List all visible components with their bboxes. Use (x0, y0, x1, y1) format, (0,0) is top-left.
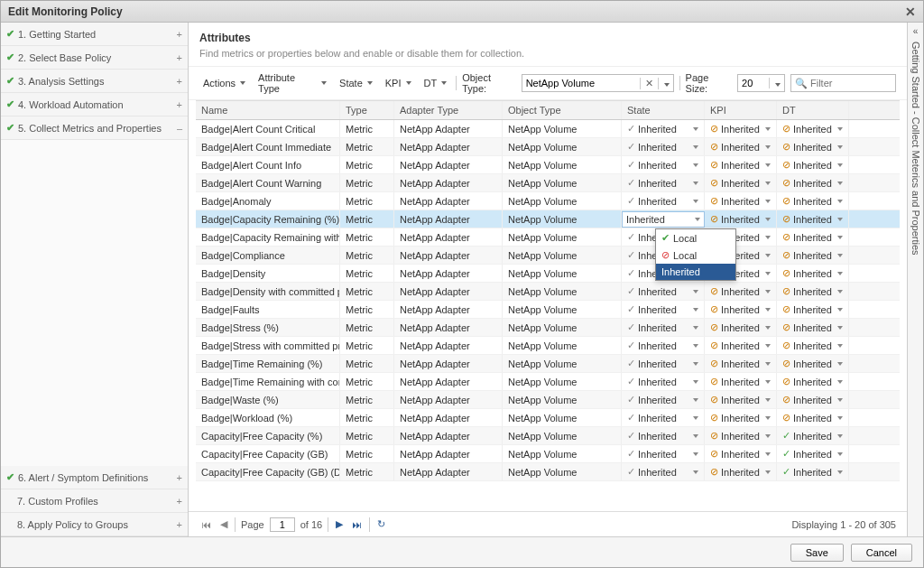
chevron-down-icon[interactable] (765, 308, 771, 312)
dt-menu[interactable]: DT (420, 76, 451, 90)
cell-dt[interactable]: ⊘ Inherited (777, 391, 849, 408)
cell-dt[interactable]: ⊘ Inherited (777, 409, 849, 426)
filter-field[interactable]: 🔍 (790, 74, 896, 92)
chevron-down-icon[interactable] (765, 182, 771, 185)
cell-kpi[interactable]: ⊘ Inherited (705, 373, 777, 390)
sidebar-step[interactable]: ✔3. Analysis Settings+ (1, 70, 188, 93)
cell-dt[interactable]: ⊘ Inherited (777, 319, 849, 336)
cell-dt[interactable]: ⊘ Inherited (777, 373, 849, 390)
cell-kpi[interactable]: ⊘ Inherited (705, 355, 777, 372)
cell-dt[interactable]: ⊘ Inherited (777, 192, 849, 210)
expand-icon[interactable]: + (177, 76, 182, 87)
sidebar-step[interactable]: ✔4. Workload Automation+ (1, 93, 188, 116)
cell-dt[interactable]: ⊘ Inherited (777, 210, 849, 228)
table-row[interactable]: Capacity|Free Capacity (GB) (De...Metric… (196, 463, 900, 481)
chevron-down-icon[interactable] (693, 308, 698, 312)
sidebar-step[interactable]: ✔5. Collect Metrics and Properties– (1, 116, 188, 140)
chevron-down-icon[interactable] (693, 416, 698, 420)
cell-dt[interactable]: ⊘ Inherited (777, 156, 849, 173)
chevron-down-icon[interactable] (765, 416, 771, 420)
table-row[interactable]: Badge|Capacity Remaining with ...MetricN… (196, 228, 900, 247)
chevron-down-icon[interactable] (837, 434, 843, 438)
chevron-down-icon[interactable] (765, 236, 771, 239)
cell-state[interactable]: ✓ Inherited (622, 355, 705, 372)
chevron-down-icon[interactable] (765, 218, 771, 221)
save-button[interactable]: Save (790, 544, 844, 562)
cell-kpi[interactable]: ⊘ Inherited (705, 445, 777, 462)
col-object[interactable]: Object Type (503, 101, 622, 119)
clear-icon[interactable]: ✕ (640, 78, 659, 89)
cell-state[interactable]: ✓ Inherited (622, 319, 705, 336)
expand-icon[interactable]: + (177, 52, 182, 63)
table-row[interactable]: Badge|Stress (%)MetricNetApp AdapterNetA… (196, 319, 900, 337)
cell-dt[interactable]: ⊘ Inherited (777, 355, 849, 372)
col-adapter[interactable]: Adapter Type (394, 101, 503, 119)
chevron-down-icon[interactable] (837, 344, 843, 348)
cell-kpi[interactable]: ⊘ Inherited (705, 319, 777, 336)
object-type-input[interactable] (522, 76, 640, 90)
chevron-down-icon[interactable] (693, 470, 698, 474)
chevron-down-icon[interactable] (765, 380, 771, 384)
cell-dt[interactable]: ⊘ Inherited (777, 265, 849, 282)
table-row[interactable]: Badge|Waste (%)MetricNetApp AdapterNetAp… (196, 391, 900, 409)
chevron-down-icon[interactable] (837, 380, 843, 384)
table-row[interactable]: Capacity|Free Capacity (%)MetricNetApp A… (196, 427, 900, 445)
table-row[interactable]: Badge|Workload (%)MetricNetApp AdapterNe… (196, 409, 900, 427)
chevron-down-icon[interactable] (693, 290, 698, 293)
sidebar-step[interactable]: ✔1. Getting Started+ (1, 23, 188, 46)
object-type-field[interactable]: ✕ (522, 74, 674, 92)
cell-kpi[interactable]: ⊘ Inherited (705, 174, 777, 191)
chevron-down-icon[interactable] (765, 163, 771, 167)
chevron-down-icon[interactable] (837, 416, 843, 420)
cell-kpi[interactable]: ⊘ Inherited (705, 301, 777, 318)
chevron-down-icon[interactable] (837, 290, 843, 293)
chevron-down-icon[interactable] (693, 145, 698, 149)
table-row[interactable]: Badge|Stress with committed proj...Metri… (196, 337, 900, 355)
cell-state[interactable]: ✓ Inherited (622, 174, 705, 191)
cell-dt[interactable]: ✓ Inherited (777, 445, 849, 462)
chevron-down-icon[interactable] (837, 398, 843, 402)
chevron-down-icon[interactable] (765, 272, 771, 275)
cell-state[interactable]: ✓ Inherited (622, 373, 705, 390)
table-row[interactable]: Badge|Capacity Remaining (%)MetricNetApp… (196, 210, 900, 228)
chevron-down-icon[interactable] (765, 290, 771, 293)
prev-page-icon[interactable]: ◀ (218, 518, 229, 530)
chevron-down-icon[interactable] (765, 145, 771, 149)
chevron-down-icon[interactable] (765, 362, 771, 366)
chevron-down-icon[interactable] (765, 127, 771, 131)
chevron-down-icon[interactable] (837, 308, 843, 312)
table-row[interactable]: Badge|Time Remaining (%)MetricNetApp Ada… (196, 355, 900, 373)
cell-state[interactable]: ✓ Inherited (622, 192, 705, 210)
cell-state[interactable]: ✓ Inherited (622, 391, 705, 408)
chevron-down-icon[interactable] (765, 452, 771, 456)
col-name[interactable]: Name (196, 101, 340, 119)
chevron-down-icon[interactable] (837, 145, 843, 149)
sidebar-step[interactable]: ✔6. Alert / Symptom Definitions+ (1, 466, 188, 489)
chevron-down-icon[interactable] (765, 326, 771, 330)
dropdown-option-local-off[interactable]: ⊘Local (656, 247, 735, 264)
cell-state[interactable]: ✓ Inherited (622, 283, 705, 300)
chevron-down-icon[interactable] (693, 362, 698, 366)
collapse-icon[interactable]: « (913, 26, 919, 36)
cell-kpi[interactable]: ⊘ Inherited (705, 463, 777, 480)
cell-state[interactable]: ✓ Inherited (622, 337, 705, 354)
col-dt[interactable]: DT (777, 101, 849, 119)
chevron-down-icon[interactable] (837, 470, 843, 474)
sidebar-step[interactable]: 7. Custom Profiles+ (1, 489, 188, 513)
cell-dt[interactable]: ⊘ Inherited (777, 138, 849, 155)
chevron-down-icon[interactable] (837, 218, 843, 221)
cell-dt[interactable]: ⊘ Inherited (777, 120, 849, 137)
kpi-menu[interactable]: KPI (382, 76, 415, 90)
chevron-down-icon[interactable] (765, 344, 771, 348)
next-page-icon[interactable]: ▶ (334, 518, 345, 530)
cell-dt[interactable]: ✓ Inherited (777, 463, 849, 480)
chevron-down-icon[interactable] (765, 200, 771, 203)
table-row[interactable]: Badge|Alert Count CriticalMetricNetApp A… (196, 120, 900, 138)
chevron-down-icon[interactable] (765, 398, 771, 402)
cell-dt[interactable]: ⊘ Inherited (777, 174, 849, 191)
cell-dt[interactable]: ⊘ Inherited (777, 301, 849, 318)
table-row[interactable]: Badge|Alert Count ImmediateMetricNetApp … (196, 138, 900, 156)
table-row[interactable]: Badge|Alert Count InfoMetricNetApp Adapt… (196, 156, 900, 174)
cell-kpi[interactable]: ⊘ Inherited (705, 337, 777, 354)
table-row[interactable]: Badge|Alert Count WarningMetricNetApp Ad… (196, 174, 900, 192)
